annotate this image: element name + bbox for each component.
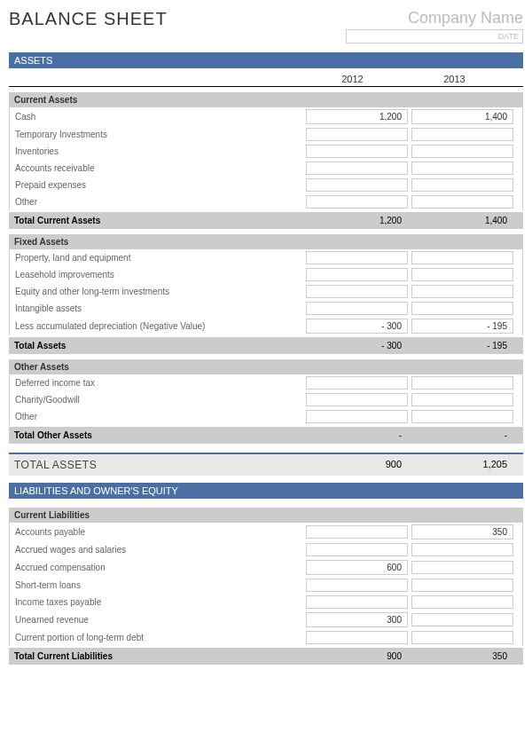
line-item: Deferred income tax xyxy=(10,374,522,391)
value-cell-y2[interactable] xyxy=(411,178,513,192)
value-cell-y1[interactable] xyxy=(306,178,408,192)
line-label: Inventories xyxy=(15,146,302,156)
year-2: 2013 xyxy=(403,74,505,84)
total-label: Total Assets xyxy=(14,341,301,350)
value-cell-y1[interactable] xyxy=(306,595,408,609)
other-assets-header: Other Assets xyxy=(9,359,523,374)
line-item: Accounts payable350 xyxy=(10,523,522,541)
line-label: Other xyxy=(15,197,302,207)
value-cell-y2[interactable] xyxy=(411,195,513,209)
company-block: Company Name DATE xyxy=(346,9,523,43)
value-cell-y1[interactable]: 300 xyxy=(306,612,408,627)
line-item: Temporary Investments xyxy=(10,126,522,143)
value-cell-y2[interactable] xyxy=(411,145,513,158)
value-cell-y1[interactable] xyxy=(306,195,408,209)
line-label: Prepaid expenses xyxy=(15,180,302,190)
value-cell-y2[interactable]: 1,400 xyxy=(411,109,513,124)
line-item: Leasehold improvements xyxy=(10,266,522,283)
value-cell-y2[interactable] xyxy=(411,251,513,264)
value-cell-y1[interactable] xyxy=(306,410,408,423)
value-cell-y1[interactable]: 1,200 xyxy=(306,109,408,124)
value-cell-y2[interactable] xyxy=(411,561,513,574)
value-cell-y1[interactable] xyxy=(306,128,408,141)
value-cell-y2[interactable] xyxy=(411,613,513,626)
total-v1: 900 xyxy=(305,651,407,661)
total-v2: 1,400 xyxy=(411,216,512,225)
value-cell-y2[interactable] xyxy=(411,595,513,609)
line-label: Cash xyxy=(15,112,302,122)
value-cell-y2[interactable] xyxy=(411,302,513,315)
line-label: Intangible assets xyxy=(15,303,302,313)
line-label: Less accumulated depreciation (Negative … xyxy=(15,321,302,331)
current-liabilities-header: Current Liabilities xyxy=(9,508,523,523)
date-input[interactable]: DATE xyxy=(346,29,523,43)
value-cell-y2[interactable] xyxy=(411,268,513,281)
line-item: Other xyxy=(10,408,522,425)
total-v2: - 195 xyxy=(411,341,512,350)
total-other-assets-row: Total Other Assets - - xyxy=(9,427,523,444)
value-cell-y1[interactable]: 600 xyxy=(306,560,408,575)
total-label: Total Current Liabilities xyxy=(14,651,301,661)
year-row: 2012 2013 xyxy=(9,70,523,87)
liabilities-section-header: LIABILITIES AND OWNER'S EQUITY xyxy=(9,483,523,499)
line-label: Accrued compensation xyxy=(15,563,302,572)
line-item: Short-term loans xyxy=(10,577,522,594)
value-cell-y1[interactable] xyxy=(306,543,408,556)
other-assets-rows: Deferred income taxCharity/GoodwillOther xyxy=(9,374,523,425)
line-label: Income taxes payable xyxy=(15,597,302,607)
line-item: Current portion of long-term debt xyxy=(10,629,522,646)
value-cell-y1[interactable] xyxy=(306,302,408,315)
value-cell-y1[interactable] xyxy=(306,393,408,406)
line-item: Prepaid expenses xyxy=(10,177,522,193)
total-fixed-assets-row: Total Assets - 300 - 195 xyxy=(9,337,523,354)
year-1: 2012 xyxy=(301,74,403,84)
total-assets-wrap: TOTAL ASSETS 900 1,205 xyxy=(9,453,523,476)
value-cell-y1[interactable] xyxy=(306,376,408,390)
value-cell-y1[interactable] xyxy=(306,285,408,298)
value-cell-y1[interactable] xyxy=(306,268,408,281)
value-cell-y1[interactable] xyxy=(306,161,408,175)
total-v1: - 300 xyxy=(305,341,407,350)
value-cell-y1[interactable] xyxy=(306,631,408,644)
value-cell-y2[interactable] xyxy=(411,631,513,644)
line-label: Unearned revenue xyxy=(15,615,302,625)
line-item: Charity/Goodwill xyxy=(10,391,522,408)
value-cell-y1[interactable] xyxy=(306,251,408,264)
line-item: Accounts receivable xyxy=(10,160,522,177)
assets-section-header: ASSETS xyxy=(9,52,523,68)
line-item: Unearned revenue300 xyxy=(10,610,522,629)
value-cell-y2[interactable] xyxy=(411,543,513,556)
value-cell-y1[interactable] xyxy=(306,579,408,592)
line-label: Temporary Investments xyxy=(15,130,302,139)
line-label: Leasehold improvements xyxy=(15,270,302,280)
value-cell-y2[interactable] xyxy=(411,285,513,298)
company-name[interactable]: Company Name xyxy=(346,9,523,28)
line-item: Accrued compensation600 xyxy=(10,558,522,577)
line-item: Cash1,2001,400 xyxy=(10,107,522,126)
value-cell-y2[interactable] xyxy=(411,579,513,592)
line-label: Accounts payable xyxy=(15,527,302,537)
line-item: Less accumulated depreciation (Negative … xyxy=(10,317,522,335)
value-cell-y2[interactable] xyxy=(411,128,513,141)
line-label: Current portion of long-term debt xyxy=(15,633,302,642)
value-cell-y1[interactable] xyxy=(306,145,408,158)
value-cell-y1[interactable]: - 300 xyxy=(306,319,408,334)
document-header: BALANCE SHEET Company Name DATE xyxy=(9,9,523,43)
page-title: BALANCE SHEET xyxy=(9,9,168,29)
line-item: Other xyxy=(10,193,522,210)
fixed-assets-header: Fixed Assets xyxy=(9,234,523,249)
value-cell-y2[interactable] xyxy=(411,161,513,175)
value-cell-y2[interactable]: - 195 xyxy=(411,319,513,334)
value-cell-y2[interactable]: 350 xyxy=(411,524,513,539)
total-current-liabilities-row: Total Current Liabilities 900 350 xyxy=(9,648,523,665)
value-cell-y2[interactable] xyxy=(411,410,513,423)
value-cell-y2[interactable] xyxy=(411,393,513,406)
value-cell-y1[interactable] xyxy=(306,525,408,539)
total-v1: - xyxy=(305,430,407,440)
line-label: Charity/Goodwill xyxy=(15,395,302,405)
line-label: Equity and other long-term investments xyxy=(15,287,302,296)
line-item: Equity and other long-term investments xyxy=(10,283,522,300)
current-liabilities-rows: Accounts payable350Accrued wages and sal… xyxy=(9,523,523,646)
line-label: Short-term loans xyxy=(15,580,302,590)
value-cell-y2[interactable] xyxy=(411,376,513,390)
